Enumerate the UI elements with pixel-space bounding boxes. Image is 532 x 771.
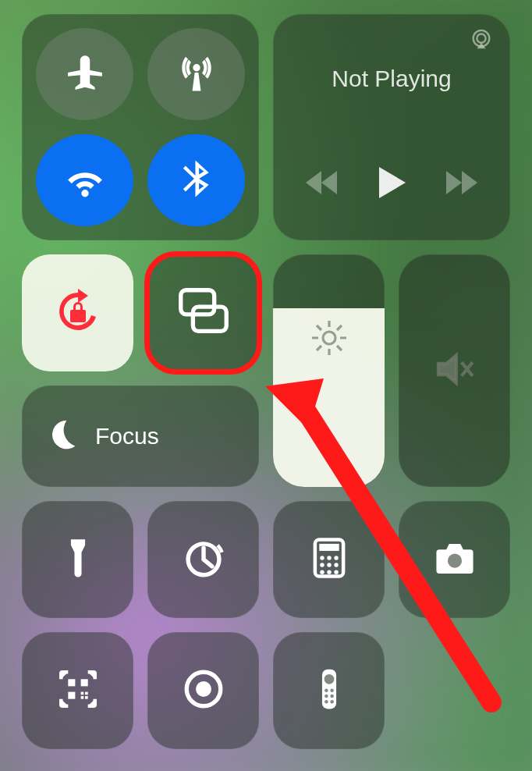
svg-line-9 — [317, 325, 321, 330]
brightness-slider[interactable] — [273, 254, 385, 487]
media-module[interactable]: Not Playing — [273, 14, 510, 240]
apple-tv-remote-icon — [307, 666, 352, 715]
next-track-button[interactable] — [445, 169, 477, 199]
camera-button[interactable] — [399, 501, 510, 618]
flashlight-button[interactable] — [22, 501, 133, 618]
orientation-lock-toggle[interactable] — [22, 254, 133, 371]
svg-point-26 — [447, 554, 461, 568]
svg-rect-28 — [80, 679, 87, 686]
camera-icon — [432, 535, 477, 584]
apple-tv-remote-button[interactable] — [273, 632, 385, 749]
cellular-antenna-icon — [177, 53, 216, 95]
svg-line-10 — [337, 346, 342, 350]
connectivity-module[interactable] — [22, 14, 259, 240]
svg-point-18 — [327, 556, 331, 560]
svg-rect-2 — [180, 290, 214, 314]
wifi-toggle[interactable] — [36, 134, 133, 226]
brightness-sun-icon — [310, 319, 348, 360]
svg-rect-27 — [68, 679, 75, 686]
moon-icon — [44, 417, 78, 455]
svg-rect-30 — [80, 692, 83, 695]
qr-scanner-icon — [55, 666, 101, 715]
svg-point-37 — [324, 674, 334, 684]
svg-point-22 — [334, 563, 338, 567]
svg-point-24 — [327, 570, 331, 574]
screen-mirroring-icon — [173, 281, 234, 345]
svg-point-38 — [325, 689, 328, 693]
flashlight-icon — [55, 535, 101, 584]
svg-rect-16 — [319, 544, 339, 551]
svg-point-42 — [325, 700, 328, 704]
screen-record-button[interactable] — [147, 632, 259, 749]
play-button[interactable] — [376, 165, 407, 203]
timer-icon — [181, 535, 226, 584]
svg-point-41 — [330, 695, 334, 698]
svg-rect-3 — [193, 307, 226, 331]
media-controls — [287, 165, 496, 203]
screen-record-icon — [181, 666, 226, 715]
svg-point-40 — [325, 695, 328, 698]
svg-rect-33 — [85, 692, 88, 695]
bluetooth-toggle[interactable] — [147, 134, 245, 226]
svg-point-21 — [327, 563, 331, 567]
timer-button[interactable] — [147, 501, 259, 618]
svg-point-19 — [334, 556, 338, 560]
orientation-lock-icon — [53, 286, 103, 339]
svg-line-12 — [337, 325, 342, 330]
airplane-mode-toggle[interactable] — [36, 28, 133, 120]
svg-rect-29 — [68, 692, 75, 699]
focus-button[interactable]: Focus — [22, 386, 259, 487]
wifi-icon — [66, 159, 105, 201]
svg-point-23 — [320, 570, 324, 574]
qr-scanner-button[interactable] — [22, 632, 133, 749]
svg-rect-32 — [80, 696, 83, 699]
bluetooth-icon — [177, 159, 216, 201]
airplane-icon — [66, 53, 105, 95]
svg-point-39 — [330, 689, 334, 693]
control-center: Not Playing — [0, 0, 532, 771]
svg-point-1 — [477, 34, 485, 43]
volume-slider[interactable] — [399, 254, 510, 487]
speaker-mute-icon — [433, 347, 477, 394]
brightness-fill — [273, 308, 385, 487]
svg-point-25 — [334, 570, 338, 574]
svg-point-35 — [196, 681, 211, 697]
now-playing-title: Not Playing — [332, 66, 451, 92]
calculator-button[interactable] — [273, 501, 385, 618]
svg-point-20 — [320, 563, 324, 567]
previous-track-button[interactable] — [306, 169, 339, 199]
focus-label: Focus — [95, 423, 159, 449]
airplay-icon[interactable] — [470, 28, 493, 55]
svg-rect-13 — [70, 539, 84, 543]
screen-mirroring-button[interactable] — [147, 254, 259, 371]
svg-rect-31 — [85, 696, 88, 699]
svg-line-11 — [317, 346, 321, 350]
calculator-icon — [307, 535, 352, 584]
svg-point-17 — [320, 556, 324, 560]
svg-point-43 — [330, 700, 334, 704]
cellular-data-toggle[interactable] — [147, 28, 245, 120]
svg-point-4 — [323, 332, 335, 344]
